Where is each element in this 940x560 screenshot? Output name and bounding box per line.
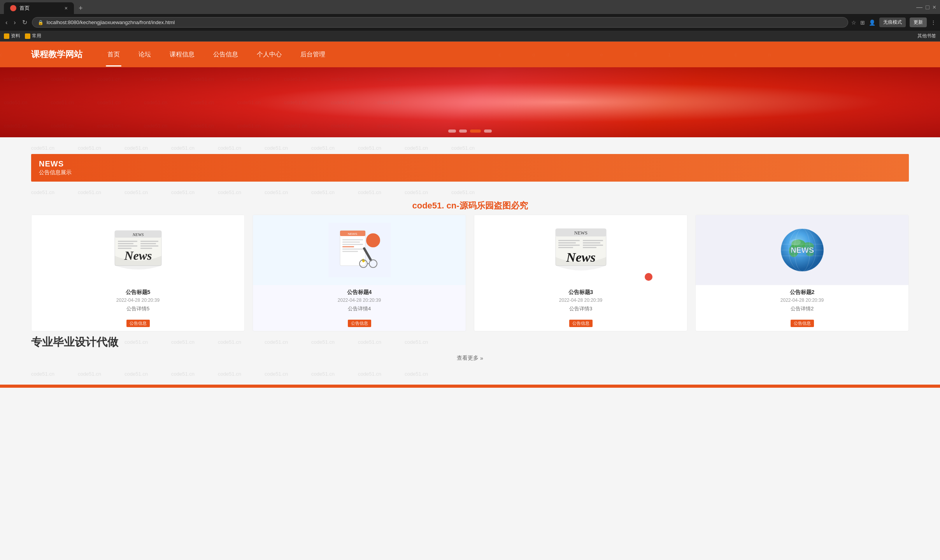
site-header: code51.cn code51.cn code51.cn code51.cn … — [0, 42, 940, 67]
bookmark-item-common[interactable]: 常用 — [25, 33, 41, 39]
card-2-tag[interactable]: 公告信息 — [348, 320, 371, 327]
nav-courses[interactable]: 课程信息 — [160, 43, 204, 66]
split-view-icon[interactable]: ⊞ — [860, 19, 865, 26]
forward-btn[interactable]: › — [12, 18, 17, 27]
svg-point-52 — [790, 239, 801, 245]
news-card-1[interactable]: NEWS News — [31, 215, 245, 331]
card-1-desc: 公告详情5 — [36, 305, 240, 312]
back-btn[interactable]: ‹ — [4, 18, 9, 27]
nav-announcements[interactable]: 公告信息 — [204, 43, 247, 66]
card-3-body: 公告标题3 2022-04-28 20:20:39 公告详情3 — [474, 285, 687, 319]
browser-chrome: 首页 × + — □ × ‹ › ↻ 🔒 localhost:8080/kech… — [0, 0, 940, 42]
update-btn[interactable]: 更新 — [910, 18, 927, 27]
svg-rect-20 — [342, 248, 363, 250]
newspaper-svg-1: NEWS News — [107, 223, 169, 277]
banner-dot-1[interactable] — [448, 130, 456, 133]
nav-profile[interactable]: 个人中心 — [247, 43, 291, 66]
svg-rect-35 — [583, 240, 603, 241]
address-bar[interactable]: 🔒 localhost:8080/kechengjiaoxuewangzhna/… — [32, 17, 848, 28]
svg-rect-18 — [342, 244, 363, 245]
see-more-label: 查看更多 — [457, 355, 479, 362]
new-tab-btn[interactable]: + — [75, 3, 86, 14]
card-3-tag[interactable]: 公告信息 — [569, 320, 593, 327]
svg-rect-17 — [342, 242, 360, 243]
card-4-footer: 公告信息 — [696, 319, 908, 331]
svg-rect-7 — [140, 241, 158, 242]
bottom-ad-text: 专业毕业设计代做 — [31, 336, 118, 348]
banner: code51.cn code51.cn code51.cn code51.cn … — [0, 67, 940, 137]
wm-row-1: code51.cn code51.cn code51.cn code51.cn … — [31, 145, 909, 151]
svg-rect-19 — [342, 246, 354, 247]
bookmark-icon[interactable]: ☆ — [851, 19, 856, 26]
bookmark-folder-icon-2 — [25, 33, 30, 39]
card-4-tag[interactable]: 公告信息 — [791, 320, 814, 327]
svg-rect-33 — [558, 245, 580, 246]
svg-text:NEWS: NEWS — [574, 230, 588, 236]
card-4-title: 公告标题2 — [700, 289, 904, 296]
card-2-title: 公告标题4 — [258, 289, 461, 296]
wm-row-4: code51.cn code51.cn code51.cn code51.cn … — [31, 371, 909, 377]
card-1-tag[interactable]: 公告信息 — [126, 320, 150, 327]
card-3-title: 公告标题3 — [479, 289, 682, 296]
bottom-ad-overlay: 专业毕业设计代做 — [31, 335, 118, 350]
svg-rect-16 — [342, 239, 363, 240]
banner-dot-4[interactable] — [484, 130, 492, 133]
svg-text:NEWS: NEWS — [132, 232, 144, 237]
bookmark-label-resources: 资料 — [11, 33, 20, 39]
address-secure-icon: 🔒 — [38, 20, 44, 25]
bottom-bar — [0, 385, 940, 388]
bookmark-item-resources[interactable]: 资料 — [4, 33, 20, 39]
news-subtitle: 公告信息展示 — [39, 169, 901, 176]
svg-rect-31 — [558, 240, 580, 241]
address-text: localhost:8080/kechengjiaoxuewangzhna/fr… — [47, 19, 175, 25]
card-2-footer: 公告信息 — [253, 319, 466, 331]
close-window-btn[interactable]: × — [933, 4, 936, 11]
browser-tabs: 首页 × + — □ × — [0, 0, 940, 14]
news-card-3[interactable]: NEWS News 公告标题3 2022-0 — [474, 215, 687, 331]
card-img-3: NEWS News — [474, 215, 687, 285]
maximize-btn[interactable]: □ — [926, 4, 929, 11]
minimize-btn[interactable]: — — [916, 4, 922, 11]
active-tab[interactable]: 首页 × — [4, 2, 74, 14]
nav-home[interactable]: 首页 — [98, 43, 129, 66]
other-bookmarks[interactable]: 其他书签 — [917, 33, 936, 39]
profile-icon[interactable]: 👤 — [869, 19, 875, 26]
news-card-2[interactable]: NEWS — [253, 215, 466, 331]
svg-rect-8 — [140, 243, 156, 244]
nav-forum[interactable]: 论坛 — [129, 43, 160, 66]
card-2-desc: 公告详情4 — [258, 305, 461, 312]
wm-row-2: code51.cn code51.cn code51.cn code51.cn … — [31, 189, 909, 195]
card-2-date: 2022-04-28 20:20:39 — [258, 298, 461, 303]
site-nav: 首页 论坛 课程信息 公告信息 个人中心 后台管理 — [98, 43, 335, 66]
menu-icon[interactable]: ⋮ — [931, 19, 936, 26]
card-3-footer: 公告信息 — [474, 319, 687, 331]
banner-dot-3[interactable] — [470, 130, 481, 133]
svg-rect-9 — [140, 245, 158, 247]
website: // Will generate watermark rows dynamica… — [0, 42, 940, 388]
newspaper-svg-3: NEWS News — [550, 223, 612, 277]
news-card-4[interactable]: NEWS 公告标题2 2022-04-28 20:20:39 公告详情2 公告信… — [695, 215, 909, 331]
card-3-date: 2022-04-28 20:20:39 — [479, 298, 682, 303]
svg-rect-3 — [118, 241, 137, 242]
see-more-btn[interactable]: 查看更多 » — [457, 355, 483, 362]
card-1-footer: 公告信息 — [32, 319, 244, 331]
card-1-title: 公告标题5 — [36, 289, 240, 296]
site-logo[interactable]: 课程教学网站 — [31, 42, 82, 67]
toolbar-right: ☆ ⊞ 👤 无痕模式 更新 ⋮ — [851, 18, 936, 27]
browser-toolbar: ‹ › ↻ 🔒 localhost:8080/kechengjiaoxuewan… — [0, 14, 940, 31]
newspaper-svg-2: NEWS — [328, 223, 391, 277]
banner-dot-2[interactable] — [459, 130, 467, 133]
red-watermark-text: code51. cn-源码乐园盗图必究 — [31, 197, 909, 215]
tab-close-btn[interactable]: × — [65, 5, 68, 11]
refresh-btn[interactable]: ↻ — [21, 18, 29, 27]
svg-point-22 — [366, 233, 380, 247]
svg-rect-4 — [118, 243, 133, 244]
no-distract-btn[interactable]: 无痕模式 — [879, 18, 906, 27]
nav-admin[interactable]: 后台管理 — [291, 43, 335, 66]
main-content: code51.cn code51.cn code51.cn code51.cn … — [0, 137, 940, 385]
tab-title: 首页 — [19, 5, 30, 12]
card-img-1: NEWS News — [32, 215, 244, 285]
svg-rect-21 — [342, 251, 358, 252]
see-more-icon: » — [480, 355, 483, 361]
banner-dots — [448, 130, 492, 133]
